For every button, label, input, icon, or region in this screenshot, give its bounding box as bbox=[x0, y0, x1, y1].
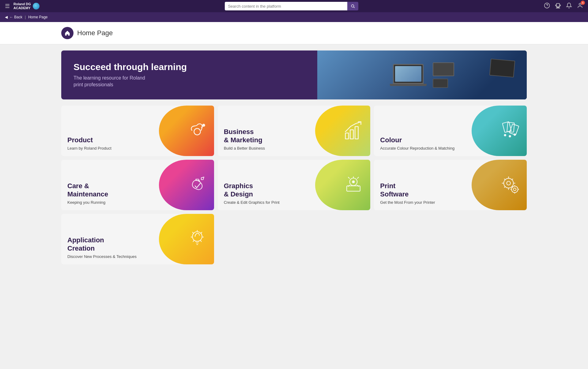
breadcrumb-home: Home Page bbox=[28, 15, 47, 19]
svg-point-14 bbox=[504, 134, 506, 136]
back-button[interactable]: ◀ ← Back bbox=[5, 15, 22, 19]
user-icon[interactable]: 6 bbox=[577, 2, 583, 10]
top-navigation: ☰ Roland DG ACADEMY bbox=[0, 0, 588, 12]
svg-line-43 bbox=[192, 232, 194, 233]
svg-line-31 bbox=[504, 179, 505, 180]
svg-point-26 bbox=[507, 181, 510, 185]
category-card-print[interactable]: PrintSoftware Get the Most From your Pri… bbox=[374, 160, 527, 210]
graphics-icon bbox=[343, 174, 364, 196]
svg-point-16 bbox=[514, 134, 515, 135]
svg-line-21 bbox=[357, 177, 359, 178]
category-card-application[interactable]: ApplicationCreation Discover New Process… bbox=[61, 214, 214, 264]
hero-title: Succeed through learning bbox=[74, 62, 305, 72]
svg-point-19 bbox=[352, 181, 355, 183]
nav-right: 6 bbox=[544, 2, 583, 10]
category-card-colour[interactable]: Colour Accurate Colour Reproduction & Ma… bbox=[374, 106, 527, 156]
hero-subtitle: The learning resource for Rolandprint pr… bbox=[74, 75, 305, 88]
category-card-care[interactable]: Care &Maintenance Keeping you Running bbox=[61, 160, 214, 210]
application-icon bbox=[187, 228, 208, 251]
search-button[interactable] bbox=[347, 2, 358, 10]
card-subtitle-print: Get the Most From your Printer bbox=[380, 200, 521, 205]
card-subtitle-colour: Accurate Colour Reproduction & Matching bbox=[380, 146, 521, 151]
search-area bbox=[225, 2, 358, 10]
svg-line-33 bbox=[512, 179, 513, 180]
product-icon bbox=[187, 120, 208, 142]
hero-banner: Succeed through learning The learning re… bbox=[61, 50, 527, 99]
home-circle-icon bbox=[61, 27, 74, 39]
hero-image-area bbox=[317, 50, 527, 99]
breadcrumb-bar: ◀ ← Back | Home Page bbox=[0, 12, 588, 22]
card-subtitle-product: Learn by Roland Product bbox=[67, 146, 208, 151]
card-subtitle-business: Build a Better Business bbox=[224, 146, 364, 151]
business-icon bbox=[343, 120, 364, 142]
hamburger-icon[interactable]: ☰ bbox=[5, 3, 10, 9]
back-arrow-icon: ◀ bbox=[5, 15, 8, 19]
search-input[interactable] bbox=[225, 2, 347, 10]
page-header: Home Page bbox=[0, 22, 588, 44]
category-card-business[interactable]: Business& Marketing Build a Better Busin… bbox=[218, 106, 371, 156]
svg-point-15 bbox=[509, 135, 511, 137]
bell-icon[interactable] bbox=[566, 2, 572, 10]
svg-rect-10 bbox=[355, 126, 359, 139]
notification-badge: 6 bbox=[581, 1, 585, 5]
nav-left: ☰ Roland DG ACADEMY bbox=[5, 2, 40, 10]
svg-point-5 bbox=[194, 128, 200, 135]
hero-text-area: Succeed through learning The learning re… bbox=[61, 50, 317, 99]
svg-line-34 bbox=[504, 186, 505, 187]
card-subtitle-graphics: Create & Edit Graphics for Print bbox=[224, 200, 364, 205]
svg-line-20 bbox=[348, 177, 350, 178]
card-subtitle-application: Discover New Processes & Techniques bbox=[67, 254, 208, 259]
svg-line-44 bbox=[201, 232, 202, 233]
card-subtitle-care: Keeping you Running bbox=[67, 200, 208, 205]
category-card-product[interactable]: Product Learn by Roland Product bbox=[61, 106, 214, 156]
breadcrumb-separator: | bbox=[25, 15, 26, 19]
category-grid: Product Learn by Roland Product Business… bbox=[61, 106, 527, 264]
logo-dot bbox=[33, 3, 40, 9]
search-icon bbox=[351, 4, 355, 8]
svg-point-36 bbox=[513, 188, 516, 191]
page-title: Home Page bbox=[77, 29, 113, 37]
svg-point-0 bbox=[352, 5, 354, 7]
print-icon bbox=[499, 174, 521, 196]
svg-point-7 bbox=[202, 124, 205, 126]
category-card-graphics[interactable]: Graphics& Design Create & Edit Graphics … bbox=[218, 160, 371, 210]
care-icon bbox=[187, 174, 208, 196]
svg-rect-8 bbox=[345, 133, 349, 139]
main-content: Succeed through learning The learning re… bbox=[0, 44, 588, 270]
trophy-icon[interactable] bbox=[555, 2, 561, 10]
logo-text: Roland DG ACADEMY bbox=[13, 2, 31, 10]
svg-line-48 bbox=[200, 240, 202, 242]
svg-line-1 bbox=[354, 7, 355, 8]
svg-point-35 bbox=[511, 186, 518, 192]
svg-line-47 bbox=[193, 240, 194, 242]
logo-area: Roland DG ACADEMY bbox=[13, 2, 40, 10]
colour-icon bbox=[499, 120, 521, 142]
help-icon[interactable] bbox=[544, 2, 550, 10]
svg-rect-17 bbox=[347, 186, 360, 191]
svg-rect-9 bbox=[350, 130, 354, 139]
